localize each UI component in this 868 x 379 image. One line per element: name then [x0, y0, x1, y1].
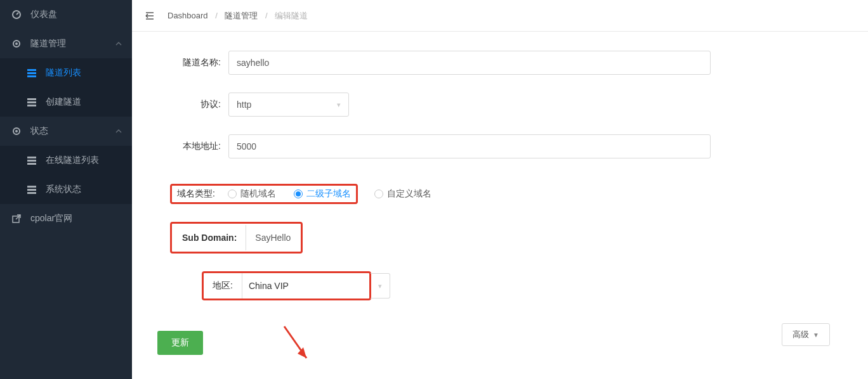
sidebar-item-tunnel-list[interactable]: 隧道列表 — [0, 58, 132, 87]
svg-point-10 — [15, 130, 18, 132]
radio-group-domain-type: 随机域名 二级子域名 — [228, 188, 351, 200]
highlight-domain-type: 域名类型: 随机域名 二级子域名 — [170, 184, 358, 204]
external-link-icon — [10, 214, 23, 223]
radio-random-domain[interactable]: 随机域名 — [228, 188, 276, 200]
svg-rect-12 — [27, 160, 36, 162]
label-tunnel-name: 隧道名称: — [157, 57, 221, 68]
svg-rect-8 — [27, 105, 36, 106]
sidebar-item-sys-status[interactable]: 系统状态 — [0, 175, 132, 204]
sidebar-label: 在线隧道列表 — [46, 155, 122, 166]
label-domain-type: 域名类型: — [177, 188, 215, 200]
radio-custom-domain[interactable]: 自定义域名 — [374, 188, 431, 200]
svg-rect-6 — [27, 98, 36, 100]
row-protocol: 协议: http ▾ — [157, 93, 843, 117]
row-subdomain: Sub Domain: SayHello — [170, 222, 843, 254]
radio-circle-icon — [228, 190, 237, 198]
label-region: 地区: — [204, 273, 242, 299]
select-region[interactable]: ▾ — [371, 273, 390, 299]
radio-label: 二级子域名 — [306, 188, 351, 200]
sidebar-label: 创建隧道 — [46, 96, 122, 108]
sidebar-label: 隧道管理 — [30, 38, 115, 49]
sidebar-item-status[interactable]: 状态 — [0, 117, 132, 146]
status-icon — [10, 126, 23, 136]
row-tunnel-name: 隧道名称: — [157, 51, 843, 75]
row-local-addr: 本地地址: — [157, 134, 843, 158]
label-local-addr: 本地地址: — [157, 141, 221, 152]
value-region: China VIP — [242, 273, 369, 299]
svg-marker-19 — [298, 347, 306, 358]
input-tunnel-name[interactable] — [228, 51, 711, 75]
list-icon — [25, 68, 38, 77]
breadcrumb-sep: / — [265, 11, 268, 20]
chevron-down-icon: ▾ — [337, 101, 341, 109]
list-icon — [25, 185, 38, 194]
radio-circle-icon — [294, 190, 303, 198]
radio-label: 随机域名 — [240, 188, 276, 200]
select-protocol[interactable]: http ▾ — [228, 93, 349, 117]
caret-down-icon: ▼ — [813, 331, 819, 338]
breadcrumb: Dashboard / 隧道管理 / 编辑隧道 — [168, 10, 308, 22]
list-icon — [25, 156, 38, 165]
sidebar-item-cpolar-site[interactable]: cpolar官网 — [0, 204, 132, 233]
svg-rect-13 — [27, 163, 36, 165]
sidebar-label: 隧道列表 — [46, 67, 122, 79]
chevron-up-icon — [115, 128, 122, 134]
chevron-down-icon: ▾ — [371, 282, 390, 290]
main: Dashboard / 隧道管理 / 编辑隧道 隧道名称: 协议: http ▾ — [132, 0, 868, 379]
highlight-region: 地区: China VIP — [202, 271, 371, 300]
select-protocol-value: http — [237, 100, 251, 110]
value-subdomain[interactable]: SayHello — [246, 233, 299, 243]
svg-rect-16 — [27, 192, 36, 194]
row-domain-type: 域名类型: 随机域名 二级子域名 自定义域名 — [157, 184, 843, 204]
radio-sub-domain[interactable]: 二级子域名 — [294, 188, 351, 200]
radio-circle-icon — [374, 190, 383, 198]
list-icon — [25, 98, 38, 106]
label-protocol: 协议: — [157, 99, 221, 110]
breadcrumb-sep: / — [215, 11, 218, 20]
svg-rect-15 — [27, 189, 36, 191]
sidebar-label: cpolar官网 — [30, 213, 122, 224]
sidebar-item-dashboard[interactable]: 仪表盘 — [0, 0, 132, 29]
breadcrumb-dashboard[interactable]: Dashboard — [168, 11, 208, 20]
annotation-arrow-icon — [281, 323, 319, 374]
sidebar: 仪表盘 隧道管理 隧道列表 创建隧道 状态 在线隧道列表 系统状态 — [0, 0, 132, 379]
svg-rect-11 — [27, 157, 36, 158]
button-advanced-label: 高级 — [792, 329, 809, 340]
chevron-up-icon — [115, 41, 122, 47]
button-update[interactable]: 更新 — [157, 331, 203, 355]
sidebar-label: 仪表盘 — [30, 9, 122, 20]
menu-toggle-icon[interactable] — [145, 11, 155, 21]
svg-rect-5 — [27, 75, 36, 77]
sidebar-item-online-list[interactable]: 在线隧道列表 — [0, 146, 132, 175]
sidebar-item-tunnel-mgmt[interactable]: 隧道管理 — [0, 29, 132, 58]
svg-rect-7 — [27, 101, 36, 103]
breadcrumb-edit-tunnel: 编辑隧道 — [275, 11, 308, 20]
svg-rect-4 — [27, 72, 36, 74]
svg-rect-14 — [27, 186, 36, 188]
label-subdomain: Sub Domain: — [173, 225, 246, 250]
kv-subdomain: Sub Domain: SayHello — [173, 225, 299, 250]
dashboard-icon — [10, 10, 23, 20]
sidebar-label: 系统状态 — [46, 184, 122, 195]
sidebar-item-tunnel-create[interactable]: 创建隧道 — [0, 87, 132, 117]
button-advanced[interactable]: 高级 ▼ — [782, 323, 830, 346]
row-region: 地区: China VIP ▾ — [157, 271, 843, 300]
tunnel-icon — [10, 39, 23, 49]
svg-point-2 — [15, 42, 18, 45]
sidebar-label: 状态 — [30, 125, 115, 137]
radio-label: 自定义域名 — [387, 188, 431, 200]
form-content: 隧道名称: 协议: http ▾ 本地地址: 域名类型: — [132, 32, 868, 379]
breadcrumb-tunnel-mgmt[interactable]: 隧道管理 — [225, 11, 258, 20]
svg-line-18 — [284, 326, 306, 358]
input-local-addr[interactable] — [228, 134, 711, 158]
svg-rect-3 — [27, 69, 36, 71]
highlight-subdomain: Sub Domain: SayHello — [170, 222, 303, 254]
topbar: Dashboard / 隧道管理 / 编辑隧道 — [132, 0, 868, 32]
